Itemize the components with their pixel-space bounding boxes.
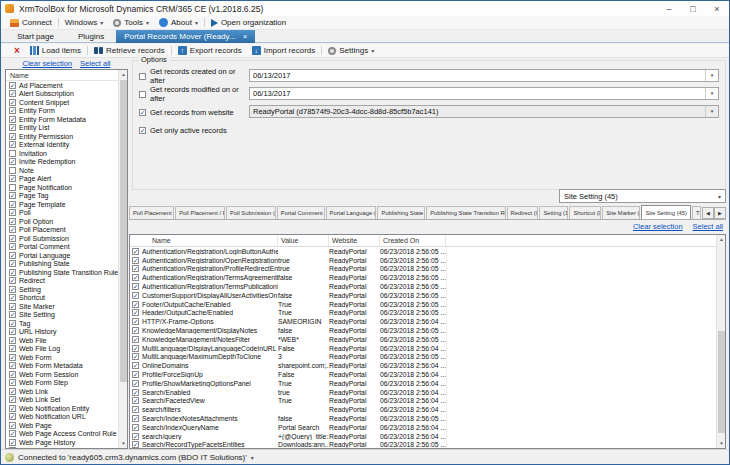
checkbox[interactable]: ✓ [9,413,16,420]
datepicker-dropdown-icon[interactable]: ▾ [705,88,718,99]
checkbox[interactable]: ✓ [132,433,139,440]
entity-list-item[interactable]: ✓URL History [6,328,118,337]
table-row[interactable]: ✓Search/EnabledtrueReadyPortal06/23/2018… [130,388,716,397]
checkbox[interactable]: ✓ [9,116,16,123]
menu-item-about[interactable]: About▾ [154,16,203,29]
table-row[interactable]: ✓CustomerSupport/DisplayAllUserActivitie… [130,291,716,300]
checkbox[interactable]: ✓ [9,107,16,114]
website-checkbox[interactable]: ✓ [139,109,146,116]
table-row[interactable]: ✓HTTP/X-Frame-OptionsSAMEORIGINReadyPort… [130,317,716,326]
checkbox[interactable]: ✓ [132,371,139,378]
checkbox[interactable]: ✓ [132,283,139,290]
import-records-button[interactable]: ↓Import records [247,45,321,57]
table-row[interactable]: ✓OnlineDomainssharepoint.com;...ReadyPor… [130,361,716,370]
table-row[interactable]: ✓MultiLanguage/DisplayLanguageCodeInURLF… [130,344,716,353]
close-button[interactable]: × [705,1,729,16]
checkbox[interactable]: ✓ [9,405,16,412]
entity-list-item[interactable]: ✓Web Form Session [6,370,118,379]
checkbox[interactable] [9,167,16,174]
column-value[interactable]: Value [278,235,329,246]
entity-list-item[interactable]: ✓Web Page Access Control Rule [6,430,118,439]
checkbox[interactable]: ✓ [9,422,16,429]
grid-select-all-link[interactable]: Select all [693,222,723,231]
entity-list-item[interactable]: ✓Portal Comment [6,243,118,252]
checkbox[interactable]: ✓ [132,336,139,343]
maximize-button[interactable]: □ [681,1,705,16]
record-tab-shortcut-0[interactable]: Shortcut (0) [569,206,601,219]
table-row[interactable]: ✓MultiLanguage/MaximumDepthToClone3Ready… [130,353,716,362]
grid-scrollbar[interactable]: ▲ ▼ [716,235,725,448]
checkbox[interactable]: ✓ [9,345,16,352]
record-tab-publishing-state-2[interactable]: Publishing State (2) [377,206,425,219]
checkbox[interactable]: ✓ [9,277,16,284]
created-on-checkbox[interactable] [139,73,146,80]
record-tab-site-marker-9[interactable]: Site Marker (9) [602,206,640,219]
grid-clear-selection-link[interactable]: Clear selection [633,222,683,231]
entity-list-item[interactable]: ✓Web Page Log [6,447,118,449]
entity-list-item[interactable]: ✓Tag [6,319,118,328]
checkbox[interactable]: ✓ [132,345,139,352]
checkbox[interactable]: ✓ [9,269,16,276]
entity-list-item[interactable]: ✓External Identity [6,141,118,150]
checkbox[interactable]: ✓ [132,441,139,448]
checkbox[interactable]: ✓ [132,309,139,316]
created-on-date-field[interactable]: 06/13/2017 ▾ [249,69,719,82]
table-row[interactable]: ✓Search/RecordTypeFacetsEntitiesDownload… [130,441,716,448]
checkbox[interactable]: ✓ [132,292,139,299]
checkbox[interactable]: ✓ [9,396,16,403]
record-tab-site-setting-45[interactable]: Site Setting (45) [641,205,691,219]
checkbox[interactable]: ✓ [9,260,16,267]
record-tab-portal-comment-0[interactable]: Portal Comment (0) [277,206,325,219]
scroll-up-icon[interactable]: ▲ [119,70,128,79]
table-row[interactable]: ✓Footer/OutputCache/EnabledTrueReadyPort… [130,300,716,309]
entity-list-item[interactable]: ✓Web Form Step [6,379,118,388]
checkbox[interactable]: ✓ [132,301,139,308]
datepicker-dropdown-icon[interactable]: ▾ [705,70,718,81]
entity-list-item[interactable]: ✓Page Template [6,200,118,209]
entity-list-item[interactable]: ✓Web Page History [6,438,118,447]
checkbox[interactable]: ✓ [9,192,16,199]
menu-item-windows[interactable]: Windows▾ [60,16,108,29]
export-records-button[interactable]: ↑Export records [173,45,247,57]
entity-list-item[interactable]: ✓Page Tag [6,192,118,201]
checkbox[interactable] [9,184,16,191]
checkbox[interactable]: ✓ [132,380,139,387]
record-tab-publishing-state-transition-rule-0[interactable]: Publishing State Transition Rule (0) [426,206,505,219]
column-website[interactable]: Website [329,235,380,246]
checkbox[interactable]: ✓ [9,99,16,106]
entity-list-item[interactable]: ✓Ad Placement [6,81,118,90]
table-row[interactable]: ✓Profile/ShowMarketingOptionsPanelTrueRe… [130,379,716,388]
entity-list-item[interactable]: ✓Alert Subscription [6,90,118,99]
entity-list-item[interactable]: ✓Poll Placement [6,226,118,235]
tab-plugins[interactable]: Plugins [66,30,116,43]
entity-list-item[interactable]: ✓Web File [6,336,118,345]
load-items-button[interactable]: Load items [25,45,86,57]
checkbox[interactable]: ✓ [9,320,16,327]
checkbox[interactable]: ✓ [9,141,16,148]
entity-list-item[interactable]: ✓Web Form [6,353,118,362]
checkbox[interactable]: ✓ [132,424,139,431]
entity-list-item[interactable]: ✓Publishing State Transition Rule [6,268,118,277]
checkbox[interactable]: ✓ [9,439,16,446]
checkbox[interactable]: ✓ [9,311,16,318]
entity-list-item[interactable]: ✓Entity List [6,124,118,133]
checkbox[interactable]: ✓ [9,243,16,250]
entity-list-item[interactable]: Invitation [6,149,118,158]
checkbox[interactable]: ✓ [132,265,139,272]
checkbox[interactable]: ✓ [132,415,139,422]
table-row[interactable]: ✓Authentication/Registration/TermsPublic… [130,282,716,291]
menu-item-tools[interactable]: Tools▾ [108,16,154,29]
table-row[interactable]: ✓Header/OutputCache/EnabledTrueReadyPort… [130,309,716,318]
table-row[interactable]: ✓search/filtersReadyPortal06/23/2018 2:5… [130,405,716,414]
entity-list-item[interactable]: ✓Portal Language [6,251,118,260]
active-records-checkbox[interactable]: ✓ [139,127,146,134]
entity-list-item[interactable]: ✓Web Link [6,387,118,396]
entity-list-item[interactable]: ✓Poll Submission [6,234,118,243]
checkbox[interactable]: ✓ [132,327,139,334]
entity-list-item[interactable]: ✓Invite Redemption [6,158,118,167]
entity-list-item[interactable]: Note [6,166,118,175]
entity-list-item[interactable]: ✓Page Alert [6,175,118,184]
checkbox[interactable]: ✓ [9,447,16,448]
scrollbar-thumb[interactable] [120,80,127,382]
entity-list-item[interactable]: ✓Web Notification URL [6,413,118,422]
